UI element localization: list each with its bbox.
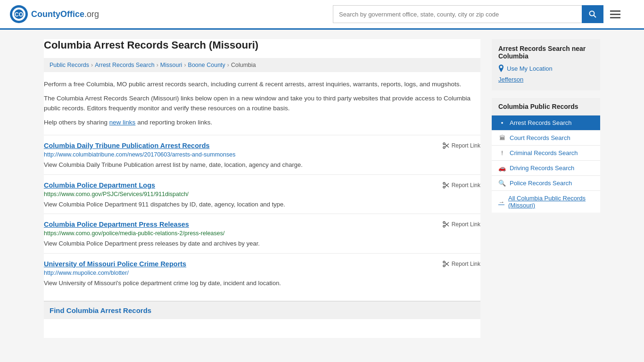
search-input[interactable] [333, 5, 582, 23]
report-link-button[interactable]: Report Link [443, 221, 480, 228]
description-3: Help others by sharing new links and rep… [44, 118, 480, 127]
record-title[interactable]: Columbia Police Department Logs [44, 181, 155, 189]
svg-point-19 [443, 265, 445, 267]
arrest-records-icon: ▪ [498, 119, 506, 126]
svg-point-18 [443, 261, 445, 263]
breadcrumb-sep: › [91, 62, 93, 68]
scissors-icon [443, 261, 449, 267]
record-item: University of Missouri Police Crime Repo… [44, 253, 480, 291]
record-item: Columbia Daily Tribune Publication Arres… [44, 135, 480, 173]
report-link-button[interactable]: Report Link [443, 182, 480, 189]
sidebar-nearby: Arrest Records Search near Columbia Use … [492, 39, 600, 90]
record-url[interactable]: http://www.mupolice.com/blotter/ [44, 270, 480, 276]
menu-button[interactable] [605, 8, 625, 21]
sidebar-item-police-records[interactable]: 🔍 Police Records Search [492, 175, 600, 190]
menu-line [610, 17, 620, 18]
svg-line-9 [445, 144, 449, 147]
logo-icon: CO [9, 5, 28, 24]
svg-line-17 [445, 222, 449, 226]
new-links[interactable]: new links [109, 119, 136, 126]
search-button[interactable] [582, 5, 603, 23]
record-url[interactable]: https://www.como.gov/police/media-public… [44, 230, 480, 237]
logo-text: CountyOffice.org [31, 9, 99, 19]
svg-line-20 [445, 263, 449, 266]
svg-line-8 [445, 144, 449, 148]
svg-point-7 [443, 147, 445, 148]
records-list: Columbia Daily Tribune Publication Arres… [44, 135, 480, 290]
sidebar-public-records-title: Columbia Public Records [492, 98, 600, 115]
menu-line [610, 14, 620, 15]
breadcrumb-sep: › [184, 62, 186, 68]
breadcrumb-columbia: Columbia [231, 62, 256, 68]
menu-line [610, 10, 620, 12]
svg-line-16 [445, 223, 449, 226]
arrow-right-icon: → [498, 198, 504, 206]
sidebar-item-arrest-records[interactable]: ▪ Arrest Records Search [492, 115, 600, 130]
breadcrumb-boone-county[interactable]: Boone County [188, 62, 225, 68]
breadcrumb-missouri[interactable]: Missouri [160, 62, 182, 68]
breadcrumb-arrest-records-search[interactable]: Arrest Records Search [95, 62, 154, 68]
breadcrumb-sep: › [157, 62, 158, 68]
record-item: Columbia Police Department Logs Report L… [44, 174, 480, 212]
report-link-button[interactable]: Report Link [443, 142, 480, 149]
svg-point-4 [590, 11, 594, 16]
find-section: Find Columbia Arrest Records [44, 301, 480, 319]
nearby-jefferson-link[interactable]: Jefferson [498, 76, 594, 83]
record-description: View University of Missouri's police dep… [44, 279, 480, 288]
scissors-icon [443, 142, 449, 149]
search-icon [589, 10, 596, 18]
find-section-title: Find Columbia Arrest Records [50, 306, 475, 314]
logo[interactable]: CO CountyOffice.org [9, 5, 99, 24]
sidebar-item-driving-records[interactable]: 🚗 Driving Records Search [492, 160, 600, 175]
record-title[interactable]: Columbia Daily Tribune Publication Arres… [44, 142, 210, 149]
scissors-icon [443, 221, 449, 228]
report-link-button[interactable]: Report Link [443, 261, 480, 267]
svg-line-21 [445, 262, 449, 265]
description-1: Perform a free Columbia, MO public arres… [44, 80, 480, 89]
record-title[interactable]: University of Missouri Police Crime Repo… [44, 260, 186, 268]
location-pin-icon [498, 65, 504, 72]
driving-records-icon: 🚗 [498, 165, 506, 172]
record-title[interactable]: Columbia Police Department Press Release… [44, 221, 189, 228]
record-url[interactable]: https://www.como.gov/PSJC/Services/911/9… [44, 191, 480, 197]
description-2: The Columbia Arrest Records Search (Miss… [44, 94, 480, 113]
sidebar-nearby-title: Arrest Records Search near Columbia [498, 45, 594, 60]
svg-text:CO: CO [15, 11, 23, 18]
breadcrumb-sep: › [227, 62, 229, 68]
sidebar-public-records: Columbia Public Records ▪ Arrest Records… [492, 98, 600, 213]
sidebar-item-court-records[interactable]: 🏛 Court Records Search [492, 130, 600, 145]
record-description: View Columbia Police Department press re… [44, 239, 480, 248]
record-description: View Columbia Daily Tribune Publication … [44, 160, 480, 170]
sidebar-all-records-link[interactable]: → All Columbia Public Records (Missouri) [492, 190, 600, 213]
svg-point-10 [443, 182, 445, 184]
svg-point-11 [443, 186, 445, 188]
sidebar-item-criminal-records[interactable]: ! Criminal Records Search [492, 145, 600, 160]
criminal-records-icon: ! [498, 149, 506, 156]
svg-point-6 [443, 143, 445, 145]
breadcrumb: Public Records › Arrest Records Search ›… [44, 58, 480, 72]
breadcrumb-public-records[interactable]: Public Records [50, 62, 89, 68]
page-title: Columbia Arrest Records Search (Missouri… [44, 39, 480, 51]
record-url[interactable]: http://www.columbiatribune.com/news/2017… [44, 151, 480, 158]
use-my-location[interactable]: Use My Location [498, 65, 594, 72]
svg-line-13 [445, 183, 449, 187]
svg-point-14 [443, 222, 445, 223]
record-description: View Columbia Police Department 911 disp… [44, 200, 480, 209]
scissors-icon [443, 182, 449, 189]
svg-line-5 [594, 16, 596, 18]
police-records-icon: 🔍 [498, 180, 506, 187]
record-item: Columbia Police Department Press Release… [44, 214, 480, 251]
find-section-content [44, 319, 480, 338]
svg-point-15 [443, 225, 445, 227]
svg-line-12 [445, 184, 449, 187]
court-records-icon: 🏛 [498, 134, 506, 141]
